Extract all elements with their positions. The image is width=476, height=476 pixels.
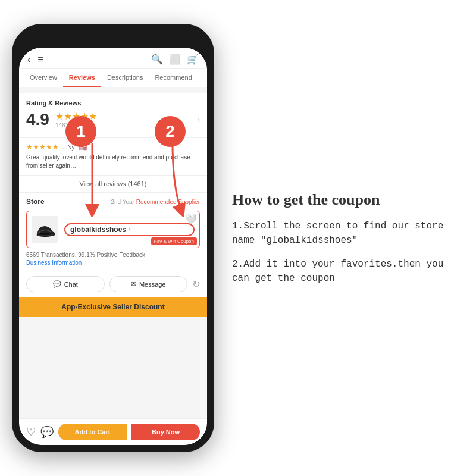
step-2-text: 2.Add it into your favorites.then you ca… <box>232 257 458 286</box>
store-stats: 6569 Transactions, 99.1% Positive Feedba… <box>26 252 200 258</box>
reviewer-stars: ★★★★★ <box>26 143 59 151</box>
page-container: ‹ ≡ 🔍 ⬜ 🛒 Overview Reviews Descriptions … <box>0 0 476 476</box>
notch-bar <box>19 31 207 44</box>
top-bar: ‹ ≡ 🔍 ⬜ 🛒 <box>19 48 207 69</box>
store-name: globalkidsshoes <box>70 226 126 234</box>
instructions-title: How to get the coupon <box>232 190 458 209</box>
rating-score: 4.9 <box>26 110 49 129</box>
message-button[interactable]: ✉ Message <box>109 276 188 292</box>
arrow-2 <box>155 140 202 217</box>
store-info: globalkidsshoes › <box>64 223 195 236</box>
action-row: 💬 Chat ✉ Message ↻ <box>19 271 207 298</box>
chat-label: Chat <box>64 281 78 288</box>
cart-icon[interactable]: 🛒 <box>187 54 199 65</box>
chevron-icon[interactable]: › <box>197 115 200 124</box>
fav-win-badge[interactable]: Fav & Win Coupon <box>151 237 197 245</box>
step-circle-2: 2 <box>155 116 186 147</box>
step-circle-1: 1 <box>65 116 96 147</box>
phone-notch <box>86 31 140 44</box>
business-link[interactable]: Business Information <box>26 259 200 266</box>
phone-mockup: ‹ ≡ 🔍 ⬜ 🛒 Overview Reviews Descriptions … <box>12 24 214 452</box>
message-label: Message <box>139 281 166 288</box>
buy-now-button[interactable]: Buy Now <box>131 424 200 440</box>
store-name-oval[interactable]: globalkidsshoes › <box>64 223 195 236</box>
tab-reviews[interactable]: Reviews <box>63 69 101 87</box>
tab-recommend[interactable]: Recommend <box>149 69 198 87</box>
menu-icon[interactable]: ≡ <box>37 54 43 65</box>
store-image <box>32 216 58 243</box>
arrow-1 <box>74 140 110 217</box>
bottom-heart-icon[interactable]: ♡ <box>26 425 36 439</box>
back-icon[interactable]: ‹ <box>27 54 30 65</box>
mail-icon: ✉ <box>131 280 136 288</box>
instructions-panel: How to get the coupon 1.Scroll the scree… <box>214 190 458 285</box>
store-label: Store <box>26 198 45 206</box>
tab-overview[interactable]: Overview <box>24 69 63 87</box>
tabs-bar: Overview Reviews Descriptions Recommend <box>19 69 207 87</box>
chat-bubble-icon: 💬 <box>53 280 61 288</box>
screen-inner: ‹ ≡ 🔍 ⬜ 🛒 Overview Reviews Descriptions … <box>19 48 207 445</box>
bottom-bar: ♡ 💬 Add to Cart Buy Now <box>19 418 207 445</box>
share-icon[interactable]: ⬜ <box>169 54 181 65</box>
phone-screen: ‹ ≡ 🔍 ⬜ 🛒 Overview Reviews Descriptions … <box>19 48 207 445</box>
top-bar-right: 🔍 ⬜ 🛒 <box>151 54 199 65</box>
step-1-text: 1.Scroll the screen to find our store na… <box>232 219 458 248</box>
add-to-cart-button[interactable]: Add to Cart <box>58 424 127 440</box>
yellow-banner[interactable]: App-Exclusive Seller Discount <box>19 298 207 317</box>
bottom-chat-icon[interactable]: 💬 <box>40 425 54 439</box>
rating-title: Rating & Reviews <box>26 99 200 107</box>
search-icon[interactable]: 🔍 <box>151 54 163 65</box>
tab-descriptions[interactable]: Descriptions <box>101 69 149 87</box>
refresh-icon[interactable]: ↻ <box>192 278 200 290</box>
store-arrow-icon: › <box>129 226 131 234</box>
chat-button[interactable]: 💬 Chat <box>26 276 105 292</box>
shoe-icon <box>33 218 57 242</box>
top-bar-left: ‹ ≡ <box>27 54 43 65</box>
